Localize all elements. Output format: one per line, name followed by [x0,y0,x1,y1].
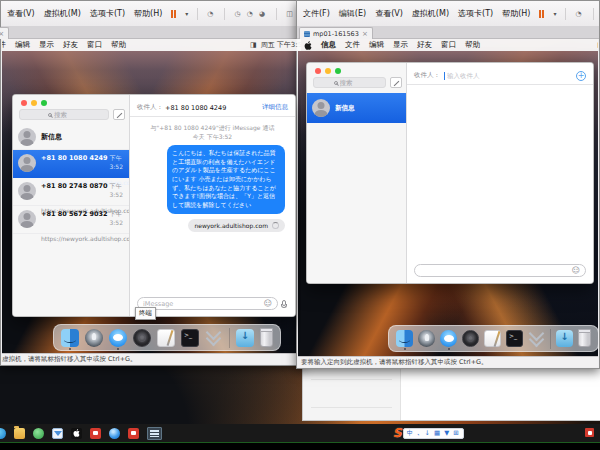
search-input[interactable] [54,111,80,119]
list-item-new-message-selected[interactable]: 新信息 [307,93,406,123]
pause-dropdown-icon[interactable]: ▾ [553,10,556,17]
close-button[interactable] [21,100,27,106]
message-thread-empty [407,85,593,283]
menubar-clock[interactable]: 周五 下午3:52 [261,40,301,50]
sogou-toolbar[interactable]: 中 ､ ↓ ▦ ▼ ⊞ [403,428,464,439]
input-source-icon[interactable]: ◨ [250,41,257,49]
zoom-button[interactable] [335,68,341,74]
terminal-icon[interactable] [181,329,199,347]
link-preview-bubble[interactable]: newyork.adultishop.com [188,219,285,232]
stack-icon[interactable] [205,329,223,347]
compose-button[interactable] [390,77,402,88]
menubar-item-help[interactable]: 帮助 [465,40,480,50]
finder-icon[interactable] [61,329,79,347]
snapshot-icons[interactable]: ◷ ◔ ◕ [234,10,267,18]
menubar-item-window[interactable]: 窗口 [87,40,102,50]
taskbar-icon-blue-browser[interactable] [109,428,120,439]
menu-help[interactable]: 帮助(H) [502,8,530,19]
taskbar-icon-red-app[interactable] [90,428,101,439]
emoji-icon[interactable]: ☺ [264,300,272,308]
search-field[interactable] [19,109,109,120]
downloads-icon[interactable] [556,330,573,347]
menu-edit[interactable]: 编辑(E) [339,8,366,19]
taskbar-icon-browser[interactable] [0,428,6,439]
menubar-item-edit[interactable]: 编辑 [15,40,30,50]
background-host-window[interactable] [302,368,600,421]
menubar-item-help[interactable]: 帮助 [111,40,126,50]
stack-icon[interactable] [528,330,545,347]
search-field[interactable] [313,77,386,88]
tray-notification-icon[interactable] [585,428,594,437]
recipient-value[interactable]: +81 80 1080 4249 [165,104,226,112]
messages-icon[interactable] [440,330,457,347]
menu-file[interactable]: 文件(F) [303,8,330,19]
microphone-icon[interactable] [282,300,286,306]
textedit-icon[interactable] [484,330,501,347]
menu-tabs[interactable]: 选项卡(T) [458,8,493,19]
taskbar-icon-vmware-active[interactable] [147,427,162,440]
ctrl-alt-del-icon[interactable]: ◔ [207,10,215,18]
vm-pause-button[interactable] [539,10,544,18]
menubar-item-window[interactable]: 窗口 [441,40,456,50]
avatar [18,128,36,146]
menubar-item-file[interactable]: 文件 [2,40,6,50]
search-input[interactable] [340,79,366,87]
menu-vm[interactable]: 虚拟机(M) [44,8,81,19]
close-button[interactable] [315,68,321,74]
messages-icon[interactable] [109,329,127,347]
minimize-button[interactable] [325,68,331,74]
dark-app-icon[interactable] [462,330,479,347]
messages-window: 新信息 收件人： + ☺ [306,62,594,284]
compose-button[interactable] [113,109,125,120]
trash-icon[interactable] [578,330,591,347]
menu-view[interactable]: 查看(V) [7,8,35,19]
avatar [18,154,36,172]
message-input[interactable] [420,267,568,275]
menubar-app-name[interactable]: 信息 [321,40,336,50]
downloads-icon[interactable] [236,329,254,347]
vm-tab[interactable]: × [0,27,9,39]
menu-help[interactable]: 帮助(H) [134,8,162,19]
list-item-new-message[interactable]: 新信息 [13,125,129,150]
emoji-icon[interactable]: ☺ [572,267,580,275]
trash-icon[interactable] [260,329,273,347]
taskbar-icon-red-app-2[interactable] [128,428,139,439]
menu-vm[interactable]: 虚拟机(M) [412,8,449,19]
add-recipient-button[interactable]: + [576,71,586,81]
menubar-item-edit[interactable]: 编辑 [369,40,384,50]
menubar-item-buddies[interactable]: 好友 [417,40,432,50]
sogou-logo[interactable]: S [393,427,402,439]
tab-close-icon[interactable]: × [0,30,4,38]
zoom-button[interactable] [41,100,47,106]
dark-app-icon[interactable] [133,329,151,347]
menubar-item-buddies[interactable]: 好友 [63,40,78,50]
taskbar-icon-apple-app[interactable] [71,428,82,439]
list-item-conversation[interactable]: +81 80 5672 9032下午3:52 https://newyork.a… [13,206,129,234]
vm-tab[interactable]: mp01-161563 × [299,27,373,39]
details-link[interactable]: 详细信息 [262,103,288,112]
list-item-conversation[interactable]: +81 80 2748 0870下午3:52 https://newyork.a… [13,178,129,206]
launchpad-icon[interactable] [418,330,435,347]
finder-icon[interactable] [396,330,413,347]
recipient-input[interactable] [447,72,586,80]
textedit-icon[interactable] [157,329,175,347]
menu-tabs[interactable]: 选项卡(T) [90,8,125,19]
minimize-button[interactable] [31,100,37,106]
taskbar-icon-mail-app[interactable] [52,428,63,439]
terminal-icon[interactable] [506,330,523,347]
taskbar-icon-green-app[interactable] [33,428,44,439]
menu-view[interactable]: 查看(V) [375,8,403,19]
vm-pause-button[interactable] [171,10,176,18]
list-item-conversation-selected[interactable]: +81 80 1080 4249下午3:52 https://newyork.a… [13,150,129,178]
message-input[interactable] [143,300,260,308]
windows-taskbar [0,424,600,442]
ctrl-alt-del-icon[interactable]: ◔ [575,10,583,18]
apple-menu-icon[interactable] [304,41,312,50]
tab-close-icon[interactable]: × [362,30,368,38]
menubar-item-view[interactable]: 显示 [393,40,408,50]
menubar-item-file[interactable]: 文件 [345,40,360,50]
taskbar-icon-file-explorer[interactable] [14,428,25,439]
launchpad-icon[interactable] [85,329,103,347]
pause-dropdown-icon[interactable]: ▾ [185,10,188,17]
menubar-item-view[interactable]: 显示 [39,40,54,50]
